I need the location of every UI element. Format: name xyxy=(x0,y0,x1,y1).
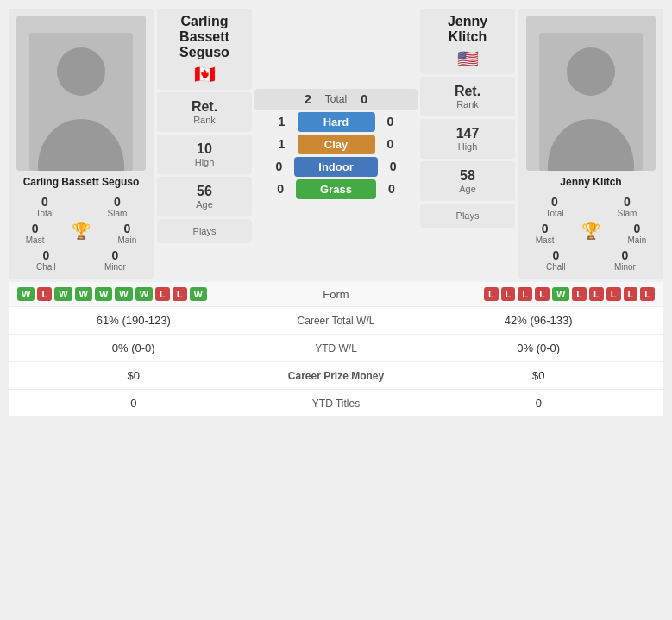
player1-age-label: Age xyxy=(196,199,213,210)
player2-form: LLLLWLLLLL xyxy=(405,287,656,301)
player1-plays-label: Plays xyxy=(193,226,217,236)
courts-col: 2 Total 0 1 Hard 0 1 Clay 0 0 xyxy=(254,9,418,279)
player1-total: 0 xyxy=(41,195,48,209)
player1-mast: 0 xyxy=(32,222,39,235)
form-badge: W xyxy=(54,287,72,301)
player1-high-label: High xyxy=(195,157,215,167)
stat-p2-value: 0 xyxy=(423,397,656,410)
player1-minor-label: Minor xyxy=(104,262,126,272)
hard-badge: Hard xyxy=(298,112,375,132)
p2-indoor: 0 xyxy=(385,160,402,173)
p2-grass: 0 xyxy=(383,182,400,196)
player2-stats-col: Jenny Klitch 🇺🇸 Ret. Rank 147 High 58 Ag… xyxy=(420,9,515,279)
form-badge: W xyxy=(95,287,112,301)
stat-p1-value: $0 xyxy=(17,369,250,382)
player2-chall: 0 xyxy=(553,248,560,262)
form-badge: L xyxy=(606,287,621,301)
player2-minor: 0 xyxy=(622,248,629,262)
player2-slam-label: Slam xyxy=(618,209,637,218)
player1-form: WLWWWWWLLW xyxy=(17,287,267,301)
player1-chall: 0 xyxy=(43,248,50,262)
p2-clay: 0 xyxy=(382,137,399,151)
stat-p2-value: 42% (96-133) xyxy=(423,314,656,327)
player2-rank-label: Rank xyxy=(456,99,479,110)
player1-center-name: Carling Bassett Seguso xyxy=(166,14,243,60)
player2-main-label: Main xyxy=(628,235,647,245)
player1-minor: 0 xyxy=(112,248,119,262)
player1-chall-label: Chall xyxy=(36,262,56,272)
player2-avatar xyxy=(526,16,656,171)
player1-plays-box: Plays xyxy=(157,219,252,243)
form-badge: L xyxy=(640,287,655,301)
player1-name: Carling Bassett Seguso xyxy=(23,176,140,188)
player1-age-value: 56 xyxy=(197,184,212,199)
stat-row: 61% (190-123)Career Total W/L42% (96-133… xyxy=(9,307,663,335)
clay-row: 1 Clay 0 xyxy=(254,135,418,154)
form-badge: L xyxy=(535,287,550,301)
player1-card: Carling Bassett Seguso 0 Total 0 Slam 0 … xyxy=(9,9,154,279)
player2-plays-box: Plays xyxy=(420,204,515,228)
total-row: 2 Total 0 xyxy=(254,89,418,110)
player1-slam: 0 xyxy=(114,195,121,209)
svg-point-4 xyxy=(567,47,615,96)
player2-total-label: Total xyxy=(545,209,563,218)
trophy-icon-2: 🏆 xyxy=(581,222,600,245)
form-badge: L xyxy=(173,287,187,301)
stat-row: $0Career Prize Money$0 xyxy=(9,362,663,390)
hard-row: 1 Hard 0 xyxy=(254,112,418,132)
player2-name: Jenny Klitch xyxy=(560,176,621,188)
player1-age-box: 56 Age xyxy=(157,177,252,216)
p1-indoor: 0 xyxy=(270,160,287,173)
svg-point-1 xyxy=(57,47,105,96)
player1-high-box: 10 High xyxy=(157,135,252,174)
player2-age-value: 58 xyxy=(460,168,475,184)
form-badge: L xyxy=(484,287,499,301)
player2-mast: 0 xyxy=(542,222,549,235)
player2-high-label: High xyxy=(458,141,478,152)
middle-section: Carling Bassett Seguso 🇨🇦 Ret. Rank 10 H… xyxy=(157,9,515,279)
form-badge: L xyxy=(37,287,52,301)
stat-p1-value: 0 xyxy=(17,397,250,410)
form-badge: W xyxy=(135,287,153,301)
player1-rank-value: Ret. xyxy=(192,99,217,115)
player2-chall-label: Chall xyxy=(546,262,566,272)
player1-slam-label: Slam xyxy=(108,209,128,218)
p2-total: 0 xyxy=(354,92,374,106)
stat-label: Career Prize Money xyxy=(250,370,423,382)
form-label: Form xyxy=(267,288,405,301)
form-badge: W xyxy=(190,287,207,301)
form-badge: L xyxy=(518,287,532,301)
stat-p2-value: 0% (0-0) xyxy=(423,341,656,354)
indoor-row: 0 Indoor 0 xyxy=(254,157,418,177)
player1-main: 0 xyxy=(123,222,130,235)
stats-table: WLWWWWWLLW Form LLLLWLLLLL 61% (190-123)… xyxy=(9,282,663,416)
p1-hard: 1 xyxy=(273,115,291,128)
player2-slam: 0 xyxy=(624,195,631,209)
form-badge: L xyxy=(624,287,638,301)
form-badge: W xyxy=(115,287,132,301)
stat-row: 0% (0-0)YTD W/L0% (0-0) xyxy=(9,335,663,362)
indoor-badge: Indoor xyxy=(294,157,377,177)
player2-mast-label: Mast xyxy=(536,235,555,245)
form-badge: L xyxy=(155,287,170,301)
p1-grass: 0 xyxy=(272,182,289,196)
player2-card: Jenny Klitch 0 Total 0 Slam 0 Mast 🏆 xyxy=(518,9,663,279)
form-badge: W xyxy=(17,287,35,301)
grass-row: 0 Grass 0 xyxy=(254,179,418,199)
player2-center-name: Jenny Klitch xyxy=(429,14,506,45)
stat-p1-value: 0% (0-0) xyxy=(17,341,250,354)
player2-age-box: 58 Age xyxy=(420,161,515,201)
player2-high-box: 147 High xyxy=(420,119,515,159)
player2-plays-label: Plays xyxy=(456,210,480,221)
p2-hard: 0 xyxy=(382,115,399,128)
player2-rank-box: Ret. Rank xyxy=(420,77,515,116)
form-badge: L xyxy=(501,287,516,301)
player1-high-value: 10 xyxy=(197,141,212,157)
stat-label: Career Total W/L xyxy=(250,315,423,327)
stat-p2-value: $0 xyxy=(423,369,656,382)
player2-flag: 🇺🇸 xyxy=(457,48,479,69)
stat-p1-value: 61% (190-123) xyxy=(17,314,250,327)
form-badge: L xyxy=(589,287,604,301)
player2-minor-label: Minor xyxy=(614,262,636,272)
player2-total: 0 xyxy=(551,195,558,209)
